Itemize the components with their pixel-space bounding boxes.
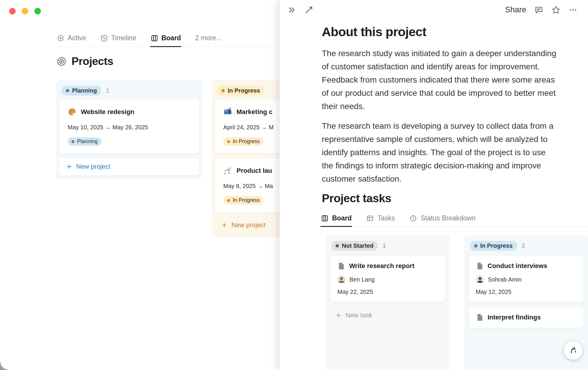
close-peek-button[interactable] [287,6,296,14]
more-button[interactable] [569,6,577,14]
tab-tasks[interactable]: Tasks [366,214,395,227]
status-badge[interactable]: In Progress [217,86,264,96]
target-icon [56,56,67,67]
status-label: In Progress [480,242,513,249]
tasks-board: Not Started 1 Write research report [326,235,588,370]
view-tabs: Active Timeline Board 2 more... [56,31,279,47]
view-tab-active[interactable]: Active [56,31,87,47]
about-section: About this project The research study wa… [322,25,559,185]
tab-label: Board [332,214,352,222]
tag-label: In Progress [233,138,260,145]
card-title: Marketing c [236,108,272,116]
card-title: Conduct interviews [488,262,547,270]
palette-icon [68,108,76,116]
view-tab-label: Board [161,34,181,42]
status-dot [227,140,230,143]
new-project-button[interactable]: New project [59,158,199,175]
page-header: Projects [56,55,113,68]
assignee-row: Ben Lang [337,275,438,284]
expand-page-button[interactable] [304,6,313,14]
task-card[interactable]: Write research report Ben Lang May 22, 2… [330,255,446,302]
task-column-not-started: Not Started 1 Write research report [326,235,450,370]
app-window: Active Timeline Board 2 more... Projects… [0,0,588,370]
minimize-button[interactable] [22,8,28,14]
card-title: Product lau [236,167,272,175]
page-icon [337,262,345,270]
comments-button[interactable] [534,6,543,14]
close-button[interactable] [9,8,16,14]
view-tab-timeline[interactable]: Timeline [100,31,137,47]
section-heading-about: About this project [322,25,559,39]
status-dot [336,244,339,247]
favorite-button[interactable] [552,6,560,14]
board-icon [321,215,329,222]
toolbar-right: Share [505,5,577,14]
card-title: Interpret findings [488,314,541,321]
board-icon [151,34,158,42]
tag-label: Planning [77,138,98,145]
column-header: Not Started 1 [328,237,448,254]
view-tab-label: Active [68,34,86,42]
page-icon [476,262,484,270]
diagonal-expand-icon [304,6,313,14]
task-card[interactable]: Interpret findings [469,307,584,328]
about-paragraph: The research team is developing a survey… [322,119,559,185]
avatar [337,275,346,284]
table-icon [366,215,374,222]
double-chevron-right-icon [287,6,296,14]
view-tab-board[interactable]: Board [150,31,181,47]
task-card[interactable]: Conduct interviews Sohrab Amin May 12, 2… [469,255,584,302]
card-status-tag: In Progress [223,137,264,146]
card-tag-row: Planning [68,137,191,146]
tab-status-breakdown[interactable]: Status Breakdown [409,214,476,227]
column-count: 1 [106,87,109,94]
status-badge[interactable]: In Progress [470,241,517,251]
about-paragraph: The research study was initiated to gain… [322,47,559,113]
ai-face-icon [568,345,578,355]
plus-icon [221,222,228,228]
notion-ai-button[interactable] [564,341,583,360]
new-project-label: New project [76,163,110,170]
assignee-row: Sohrab Amin [476,275,577,284]
card-title: Write research report [349,262,414,270]
star-icon [552,6,560,14]
peek-content: About this project The research study wa… [320,25,588,370]
page-title: Projects [71,55,113,68]
new-task-button[interactable]: New task [329,307,447,324]
status-label: Not Started [342,242,374,249]
card-status-tag: In Progress [223,196,264,205]
plus-icon [66,163,72,170]
window-corner [0,362,8,370]
page-icon [476,314,484,321]
card-title-row: Website redesign [68,108,191,116]
card-dates: May 10, 2025 → May 26, 2025 [68,124,191,131]
traffic-lights [9,8,41,14]
status-label: Planning [72,87,97,94]
toolbar-left [287,6,313,14]
assignee-name: Sohrab Amin [488,276,522,283]
ellipsis-icon [569,6,577,14]
new-project-label: New project [231,221,266,229]
status-label: In Progress [228,87,260,94]
due-date: May 22, 2025 [337,289,438,295]
mailbox-icon [223,108,232,116]
avatar [476,275,484,284]
status-badge[interactable]: Planning [61,86,101,96]
column-count: 1 [383,242,386,249]
plus-icon [335,312,342,319]
view-tab-label: 2 more... [195,34,222,42]
due-date: May 12, 2025 [476,289,577,295]
zoom-button[interactable] [34,8,41,14]
status-dot [66,89,69,92]
tab-board[interactable]: Board [320,214,352,227]
project-card[interactable]: Website redesign May 10, 2025 → May 26, … [59,99,199,154]
star-circle-icon [57,34,64,42]
tag-label: In Progress [233,197,260,203]
board-column-planning: Planning 1 Website redesign May 10, 2025… [56,80,202,179]
more-views-tab[interactable]: 2 more... [194,31,222,47]
status-badge[interactable]: Not Started [331,241,378,251]
card-status-tag: Planning [68,137,101,146]
share-button[interactable]: Share [505,5,526,14]
status-dot [221,89,225,92]
column-header: In Progress 2 [466,237,587,254]
